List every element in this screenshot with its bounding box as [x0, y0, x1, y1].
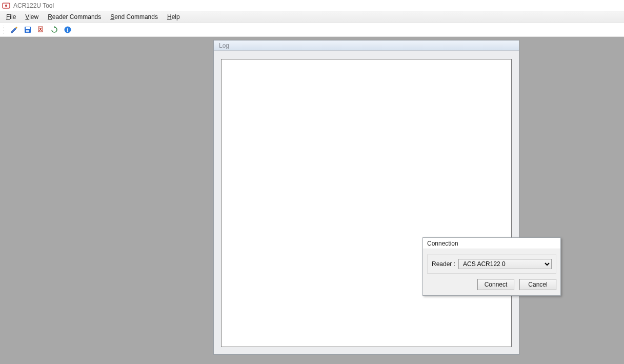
- menu-reader-commands[interactable]: Reader Commands: [48, 13, 101, 21]
- menu-send-commands[interactable]: Send Commands: [110, 13, 158, 21]
- log-panel: Log: [213, 40, 519, 355]
- log-panel-title: Log: [219, 42, 229, 49]
- log-panel-header: Log: [214, 41, 519, 51]
- menubar: File View Reader Commands Send Commands …: [0, 11, 624, 23]
- menu-file[interactable]: File: [6, 13, 16, 21]
- workspace: Log Connection Reader : ACS ACR122 0 Con…: [0, 37, 624, 364]
- toolbar: i: [0, 23, 624, 37]
- reader-field-row: Reader : ACS ACR122 0: [427, 254, 556, 274]
- svg-text:i: i: [67, 27, 69, 33]
- refresh-icon[interactable]: [49, 25, 59, 35]
- app-title: ACR122U Tool: [13, 2, 54, 9]
- reader-select[interactable]: ACS ACR122 0: [458, 259, 552, 269]
- app-icon: [2, 2, 10, 10]
- cancel-button[interactable]: Cancel: [519, 279, 556, 290]
- menu-help[interactable]: Help: [167, 13, 180, 21]
- log-text-area[interactable]: [221, 59, 512, 347]
- connect-button[interactable]: Connect: [477, 279, 514, 290]
- dialog-button-row: Connect Cancel: [423, 277, 560, 295]
- menu-view[interactable]: View: [25, 13, 38, 21]
- svg-rect-3: [26, 27, 30, 29]
- connection-dialog: Connection Reader : ACS ACR122 0 Connect…: [422, 237, 561, 296]
- connection-dialog-title: Connection: [423, 238, 560, 249]
- info-icon[interactable]: i: [63, 25, 73, 35]
- svg-point-1: [5, 4, 7, 6]
- edit-icon[interactable]: [9, 25, 19, 35]
- save-icon[interactable]: [23, 25, 33, 35]
- toolbar-grip: [3, 25, 5, 34]
- clear-icon[interactable]: [36, 25, 46, 35]
- titlebar: ACR122U Tool: [0, 0, 624, 11]
- svg-rect-4: [26, 30, 29, 32]
- reader-label: Reader :: [432, 260, 455, 268]
